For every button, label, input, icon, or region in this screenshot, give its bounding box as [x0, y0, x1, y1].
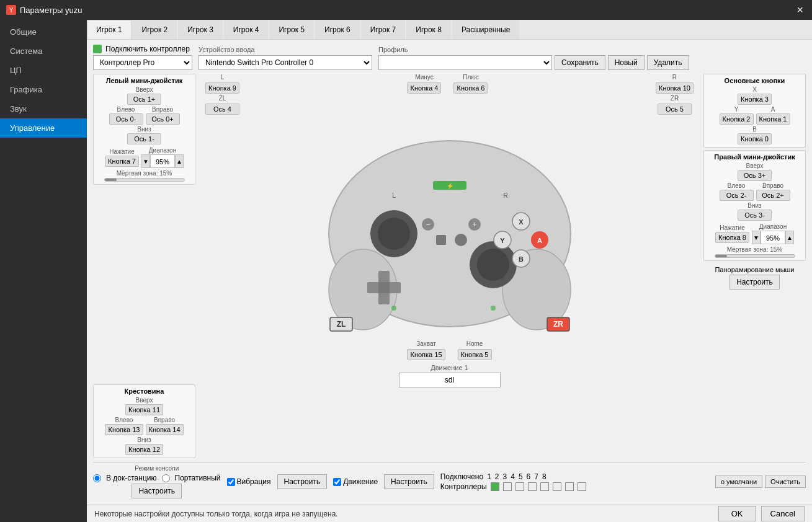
- motion-section: Движение 1: [399, 364, 501, 387]
- lj-press-label: Нажатие: [109, 148, 135, 155]
- rj-left-btn[interactable]: Ось 2-: [720, 190, 754, 201]
- dpad-right-btn[interactable]: Кнопка 14: [146, 424, 184, 435]
- lj-up-label: Вверх: [136, 86, 153, 93]
- sidebar-item-cpu[interactable]: ЦП: [0, 61, 87, 80]
- x-btn[interactable]: Кнопка 3: [738, 94, 772, 105]
- svg-text:R: R: [503, 192, 507, 199]
- dpad-down-btn[interactable]: Кнопка 12: [125, 444, 163, 455]
- ok-button[interactable]: OK: [718, 506, 756, 521]
- r-label: R: [672, 74, 677, 81]
- console-mode-configure-btn[interactable]: Настроить: [132, 484, 182, 498]
- tab-advanced[interactable]: Расширенные: [452, 20, 520, 39]
- vibration-checkbox[interactable]: [227, 478, 235, 486]
- svg-rect-25: [436, 235, 446, 245]
- app-icon: Y: [6, 5, 16, 15]
- svg-point-24: [455, 234, 467, 246]
- lj-right-btn[interactable]: Ось 0+: [146, 113, 180, 125]
- mouse-pan-configure-btn[interactable]: Настроить: [729, 275, 780, 290]
- sidebar-item-system[interactable]: Система: [0, 42, 87, 61]
- rj-range-up-btn[interactable]: ▲: [785, 231, 794, 244]
- lj-left-btn[interactable]: Ось 0-: [109, 113, 143, 125]
- a-btn[interactable]: Кнопка 1: [756, 113, 790, 125]
- lj-down-btn[interactable]: Ось 1-: [127, 133, 161, 144]
- portable-radio[interactable]: [162, 474, 170, 482]
- dpad-right-label: Вправо: [154, 417, 175, 423]
- new-profile-button[interactable]: Новый: [608, 55, 645, 70]
- motion-label: Движение 1: [431, 364, 468, 371]
- lj-press-btn[interactable]: Кнопка 7: [105, 156, 139, 167]
- controller-dot-4: [528, 482, 537, 491]
- tab-player6[interactable]: Игрок 6: [315, 20, 360, 39]
- l-btn[interactable]: Кнопка 9: [205, 82, 239, 94]
- controller-label: Контроллеры: [440, 482, 487, 491]
- motion-input[interactable]: [399, 373, 501, 387]
- rj-left-label: Влево: [728, 182, 746, 189]
- face-buttons-section: Основные кнопки X Кнопка 3 Y Кнопка 2: [703, 74, 806, 148]
- rj-up-btn[interactable]: Ось 3+: [738, 170, 772, 181]
- sidebar-item-sound[interactable]: Звук: [0, 99, 87, 118]
- minus-label: Минус: [415, 74, 433, 81]
- right-joystick-section: Правый мини-джойстик Вверх Ось 3+ Влево …: [703, 150, 806, 261]
- close-button[interactable]: ×: [794, 4, 806, 17]
- rj-press-btn[interactable]: Кнопка 8: [715, 232, 749, 243]
- console-mode-section: Режим консоли В док-станцию Портативный …: [93, 465, 221, 498]
- delete-profile-button[interactable]: Удалить: [647, 55, 689, 70]
- tab-player7[interactable]: Игрок 7: [361, 20, 406, 39]
- controller-type-select[interactable]: Контроллер Pro: [93, 55, 192, 70]
- cancel-button[interactable]: Cancel: [761, 506, 805, 521]
- input-device-select[interactable]: Nintendo Switch Pro Controller 0: [199, 55, 372, 70]
- rj-range-label: Диапазон: [759, 223, 787, 230]
- vibration-configure-btn[interactable]: Настроить: [277, 474, 328, 489]
- capture-btn[interactable]: Кнопка 15: [407, 349, 445, 360]
- tab-player8[interactable]: Игрок 8: [406, 20, 451, 39]
- default-button[interactable]: о умолчани: [715, 476, 762, 488]
- rj-right-btn[interactable]: Ось 2+: [756, 190, 790, 201]
- rj-range-down-btn[interactable]: ▼: [752, 231, 761, 244]
- svg-point-33: [491, 306, 496, 311]
- tab-player4[interactable]: Игрок 4: [224, 20, 269, 39]
- lj-range-up-btn[interactable]: ▲: [175, 154, 184, 168]
- motion-checkbox[interactable]: [333, 478, 341, 486]
- r-btn[interactable]: Кнопка 10: [656, 82, 694, 94]
- x-label: X: [752, 86, 757, 93]
- svg-point-4: [378, 218, 410, 250]
- controller-dot-2: [503, 482, 512, 491]
- status-text: Некоторые настройки доступны только тогд…: [94, 510, 338, 518]
- svg-text:Y: Y: [500, 237, 505, 244]
- clear-button[interactable]: Очистить: [765, 476, 806, 488]
- sidebar: Общие Система ЦП Графика Звук Управление: [0, 20, 87, 522]
- sidebar-item-controls[interactable]: Управление: [0, 118, 87, 138]
- dpad-left-btn[interactable]: Кнопка 13: [105, 424, 143, 435]
- input-device-label: Устройство ввода: [199, 46, 372, 53]
- zl-label: ZL: [219, 95, 226, 102]
- save-profile-button[interactable]: Сохранить: [555, 55, 605, 70]
- rj-down-btn[interactable]: Ось 3-: [738, 210, 772, 221]
- plus-btn[interactable]: Кнопка 6: [453, 82, 488, 94]
- home-btn[interactable]: Кнопка 5: [458, 349, 492, 360]
- tab-player3[interactable]: Игрок 3: [178, 20, 223, 39]
- sidebar-item-graphics[interactable]: Графика: [0, 80, 87, 99]
- dpad-up-btn[interactable]: Кнопка 11: [125, 404, 163, 415]
- minus-btn[interactable]: Кнопка 4: [407, 82, 441, 94]
- rj-up-label: Вверх: [746, 162, 764, 169]
- profile-select[interactable]: [378, 55, 552, 70]
- motion-bottom-label: Движение: [343, 477, 378, 486]
- lj-up-btn[interactable]: Ось 1+: [127, 94, 161, 105]
- zr-label: ZR: [671, 95, 679, 102]
- lj-range-down-btn[interactable]: ▼: [141, 154, 150, 168]
- motion-configure-btn[interactable]: Настроить: [384, 474, 434, 489]
- lj-deadzone-bar: [104, 178, 185, 182]
- dock-radio[interactable]: [93, 474, 101, 482]
- svg-text:ZL: ZL: [336, 320, 346, 329]
- y-btn[interactable]: Кнопка 2: [720, 113, 754, 125]
- tab-player1[interactable]: Игрок 1: [87, 20, 132, 39]
- b-btn[interactable]: Кнопка 0: [738, 133, 772, 144]
- controller-image: X A Y B −: [301, 116, 599, 339]
- zl-btn[interactable]: Ось 4: [205, 104, 239, 115]
- tabs-bar: Игрок 1 Игрок 2 Игрок 3 Игрок 4 Игрок 5 …: [87, 20, 812, 40]
- tab-player5[interactable]: Игрок 5: [269, 20, 314, 39]
- zr-btn[interactable]: Ось 5: [658, 104, 692, 115]
- tab-player2[interactable]: Игрок 2: [133, 20, 177, 39]
- sidebar-item-general[interactable]: Общие: [0, 22, 87, 42]
- l-label: L: [221, 74, 225, 81]
